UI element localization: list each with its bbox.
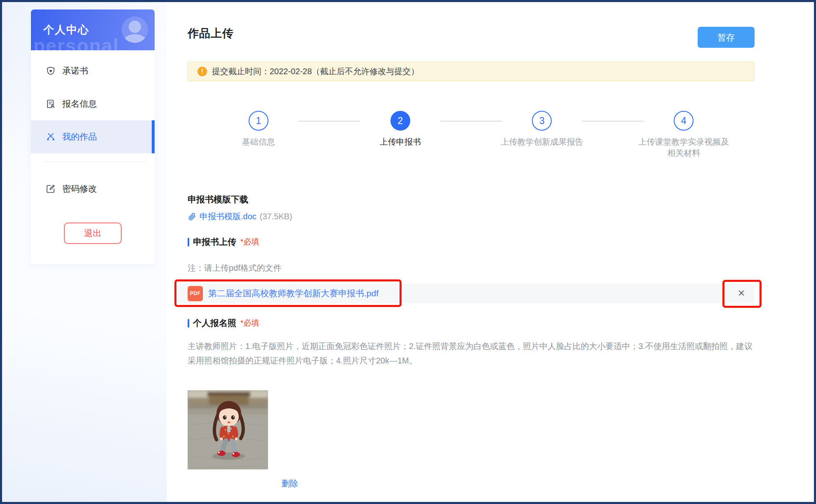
remove-file-button[interactable]: ✕ [736,288,747,299]
required-badge: *必填 [240,237,259,247]
sidebar-item-label: 报名信息 [62,98,97,110]
step-basic-info[interactable]: 1 基础信息 [188,111,329,159]
document-user-icon [46,99,56,109]
step-circle: 4 [674,111,694,131]
step-circle: 2 [390,111,410,131]
step-label: 基础信息 [242,136,275,148]
step-label: 上传申报书 [380,136,421,148]
crossed-pens-icon [46,132,56,142]
sidebar-header: personal 个人中心 [31,9,155,50]
edit-square-icon [46,184,56,194]
sidebar-menu: 承诺书 报名信息 [31,50,155,264]
template-file-size: (37.5KB) [260,212,292,221]
step-label: 上传课堂教学实录视频及相关材料 [636,136,731,159]
section-accent-bar [188,319,189,328]
stepper: 1 基础信息 2 上传申报书 3 上传教学创新成果报告 4 上传课堂教学实录视频… [188,111,755,159]
section-accent-bar [188,238,189,246]
sidebar-title: 个人中心 [43,23,89,37]
sidebar-item-commitment[interactable]: 承诺书 [31,54,155,87]
sidebar-divider [43,162,146,162]
photo-section-title: 个人报名照 [193,317,236,329]
sidebar-item-my-works[interactable]: 我的作品 [31,120,155,153]
photo-requirements-note: 主讲教师照片：1.电子版照片，近期正面免冠彩色证件照片；2.证件照背景应为白色或… [188,339,755,368]
step-upload-report[interactable]: 3 上传教学创新成果报告 [471,111,613,159]
required-badge: *必填 [240,318,259,328]
avatar-head [129,21,141,33]
template-file-link[interactable]: 申报书模版.doc [200,211,256,222]
sidebar: personal 个人中心 承诺书 [31,9,155,264]
main-header: 作品上传 暂存 [188,26,755,43]
uploaded-file-row: PDF 第二届全国高校教师教学创新大赛申报书.pdf ✕ [177,284,755,303]
save-draft-button[interactable]: 暂存 [698,27,755,48]
photo-section-header: 个人报名照 *必填 [188,317,755,329]
uploaded-file-link[interactable]: 第二届全国高校教师教学创新大赛申报书.pdf [208,288,379,299]
applicant-photo[interactable] [188,390,268,469]
page-title: 作品上传 [188,26,755,41]
step-upload-video[interactable]: 4 上传课堂教学实录视频及相关材料 [613,111,755,159]
main-content: 作品上传 暂存 ! 提交截止时间：2022-02-28（截止后不允许修改与提交）… [167,2,814,502]
deadline-text: 提交截止时间：2022-02-28（截止后不允许修改与提交） [212,66,419,77]
delete-row: 删除 [188,478,755,489]
upload-format-note: 注：请上传pdf格式的文件 [188,263,755,274]
sidebar-item-label: 密码修改 [62,183,97,195]
logout-wrap: 退出 [31,205,155,264]
page: personal 个人中心 承诺书 [2,2,814,502]
delete-photo-link[interactable]: 删除 [282,479,298,488]
step-label: 上传教学创新成果报告 [501,136,583,148]
pdf-file-icon: PDF [188,286,203,301]
template-download-title: 申报书模版下载 [188,194,755,205]
sidebar-item-registration-info[interactable]: 报名信息 [31,87,155,120]
step-circle: 1 [249,111,268,131]
upload-section-title: 申报书上传 [193,236,236,248]
deadline-banner: ! 提交截止时间：2022-02-28（截止后不允许修改与提交） [188,62,755,81]
step-upload-application[interactable]: 2 上传申报书 [329,111,471,159]
sidebar-item-label: 我的作品 [62,131,97,143]
warning-icon: ! [198,67,207,76]
logout-button[interactable]: 退出 [64,223,122,244]
avatar[interactable] [122,16,148,43]
paperclip-icon [188,212,196,221]
shield-heart-icon [46,66,56,76]
step-circle: 3 [532,111,552,131]
upload-section-header: 申报书上传 *必填 [188,236,755,248]
sidebar-item-label: 承诺书 [62,65,88,77]
template-link-row: 申报书模版.doc (37.5KB) [188,211,755,222]
avatar-shoulders [123,34,146,43]
sidebar-item-change-password[interactable]: 密码修改 [31,172,155,205]
